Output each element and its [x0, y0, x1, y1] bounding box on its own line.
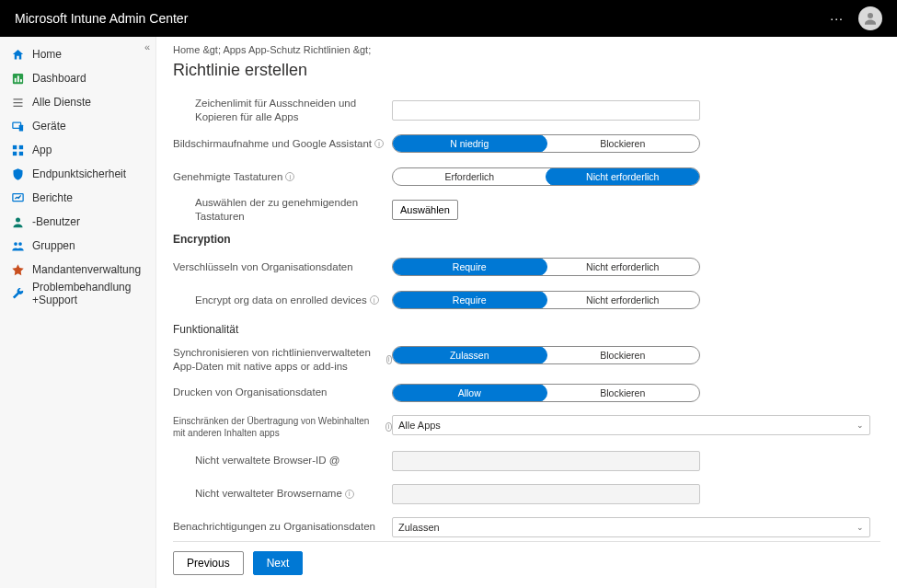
- encrypt-org-toggle[interactable]: Require Nicht erforderlich: [392, 258, 700, 276]
- app-header: Microsoft Intune Admin Center ···: [0, 0, 897, 37]
- toggle-option[interactable]: Require: [392, 258, 547, 276]
- toggle-option[interactable]: Blockieren: [546, 385, 700, 401]
- toggle-option[interactable]: Nicht erforderlich: [546, 167, 701, 186]
- sidebar-item-label: -Benutzer: [32, 215, 80, 228]
- svg-rect-10: [19, 151, 23, 155]
- svg-rect-6: [19, 124, 23, 131]
- sidebar-item-users[interactable]: -Benutzer: [0, 210, 155, 234]
- print-org-toggle[interactable]: Allow Blockieren: [392, 384, 700, 402]
- sidebar-item-label: Endpunktsicherheit: [32, 167, 126, 180]
- info-icon[interactable]: i: [374, 139, 384, 148]
- main-content: Home &gt; Apps App-Schutz Richtlinien &g…: [156, 37, 897, 588]
- toggle-option[interactable]: Blockieren: [546, 347, 700, 363]
- breadcrumb[interactable]: Home &gt; Apps App-Schutz Richtlinien &g…: [173, 44, 880, 55]
- home-icon: [11, 48, 25, 62]
- screen-capture-label: Bildschirmaufnahme und Google Assistant …: [173, 137, 392, 151]
- wizard-footer: Previous Next: [173, 541, 880, 588]
- svg-rect-3: [17, 75, 19, 82]
- apps-icon: [11, 144, 25, 157]
- sidebar-item-label: Berichte: [32, 191, 73, 204]
- info-icon[interactable]: i: [385, 422, 392, 432]
- sidebar-item-all-services[interactable]: Alle Dienste: [0, 90, 155, 114]
- org-notifications-label: Benachrichtigungen zu Organisationsdaten: [173, 520, 392, 534]
- approved-keyboards-toggle[interactable]: Erforderlich Nicht erforderlich: [392, 167, 700, 186]
- unmanaged-browser-name-input[interactable]: [392, 484, 700, 504]
- restrict-web-label: Einschränken der Übertragung von Webinha…: [173, 415, 392, 439]
- svg-rect-7: [13, 144, 17, 148]
- shield-icon: [11, 167, 25, 181]
- app-title: Microsoft Intune Admin Center: [15, 11, 188, 26]
- groups-icon: [11, 239, 25, 253]
- page-title: Richtlinie erstellen: [173, 61, 880, 80]
- toggle-option[interactable]: Zulassen: [392, 346, 547, 364]
- svg-rect-2: [15, 77, 17, 81]
- avatar[interactable]: [858, 6, 882, 30]
- layout: « Home Dashboard Alle Dienste Geräte App…: [0, 37, 897, 588]
- collapse-sidebar-icon[interactable]: «: [144, 41, 150, 52]
- screen-capture-toggle[interactable]: N niedrig Blockieren: [392, 134, 700, 153]
- svg-rect-8: [19, 144, 23, 148]
- select-keyboards-label: Auswählen der zu genehmigenden Tastature…: [173, 196, 392, 224]
- unmanaged-browser-id-label: Nicht verwaltete Browser-ID @: [173, 454, 392, 467]
- previous-button[interactable]: Previous: [173, 551, 244, 575]
- sidebar-item-label: Problembehandlung +Support: [32, 281, 144, 306]
- wrench-icon: [11, 287, 25, 301]
- svg-point-14: [18, 242, 22, 246]
- encrypt-enrolled-toggle[interactable]: Require Nicht erforderlich: [392, 291, 700, 309]
- chevron-down-icon: ⌄: [857, 523, 864, 532]
- encrypt-org-label: Verschlüsseln von Organisationsdaten: [173, 260, 392, 274]
- org-notifications-select[interactable]: Zulassen ⌄: [392, 517, 870, 537]
- admin-icon: [11, 263, 25, 277]
- list-icon: [11, 96, 25, 110]
- svg-point-13: [14, 242, 17, 246]
- dashboard-icon: [11, 72, 25, 86]
- encrypt-enrolled-label: Encrypt org data on enrolled devices i: [173, 294, 392, 307]
- toggle-option[interactable]: N niedrig: [392, 134, 547, 153]
- sidebar-item-label: Gruppen: [32, 239, 75, 252]
- functionality-heading: Funktionalität: [173, 323, 880, 336]
- next-button[interactable]: Next: [253, 551, 304, 575]
- toggle-option[interactable]: Nicht erforderlich: [546, 259, 700, 275]
- sidebar-item-home[interactable]: Home: [0, 42, 155, 66]
- svg-point-12: [16, 217, 20, 222]
- toggle-option[interactable]: Nicht erforderlich: [546, 292, 700, 308]
- sidebar-item-dashboard[interactable]: Dashboard: [0, 66, 155, 90]
- encryption-heading: Encryption: [173, 233, 880, 246]
- svg-point-0: [868, 13, 873, 18]
- toggle-option[interactable]: Erforderlich: [393, 168, 546, 185]
- restrict-web-select[interactable]: Alle Apps ⌄: [392, 415, 870, 435]
- select-keyboards-button[interactable]: Auswählen: [392, 200, 458, 220]
- reports-icon: [11, 191, 25, 205]
- policy-form: Zeichenlimit für Ausschneiden und Kopier…: [173, 97, 880, 541]
- toggle-option[interactable]: Require: [392, 291, 547, 309]
- info-icon[interactable]: i: [370, 295, 379, 305]
- approved-keyboards-label: Genehmigte Tastaturen i: [173, 170, 392, 184]
- char-limit-label: Zeichenlimit für Ausschneiden und Kopier…: [173, 97, 392, 124]
- info-icon[interactable]: i: [285, 172, 294, 181]
- user-icon: [11, 215, 25, 229]
- sync-policy-toggle[interactable]: Zulassen Blockieren: [392, 346, 700, 364]
- sidebar-item-label: Mandantenverwaltung: [32, 263, 141, 276]
- sidebar-item-label: App: [32, 144, 52, 156]
- sidebar-item-endpoint-security[interactable]: Endpunktsicherheit: [0, 162, 155, 186]
- chevron-down-icon: ⌄: [857, 421, 864, 430]
- toggle-option[interactable]: Blockieren: [546, 135, 700, 152]
- sidebar-item-devices[interactable]: Geräte: [0, 114, 155, 138]
- sidebar-item-apps[interactable]: App: [0, 138, 155, 162]
- toggle-option[interactable]: Allow: [392, 384, 547, 402]
- sidebar-item-groups[interactable]: Gruppen: [0, 234, 155, 258]
- info-icon[interactable]: i: [345, 490, 354, 499]
- unmanaged-browser-name-label: Nicht verwalteter Browsername i: [173, 487, 392, 501]
- sidebar-item-tenant-admin[interactable]: Mandantenverwaltung: [0, 258, 155, 282]
- sidebar-item-label: Geräte: [32, 120, 66, 133]
- sidebar-item-reports[interactable]: Berichte: [0, 186, 155, 210]
- user-icon: [862, 10, 879, 27]
- sidebar-item-label: Dashboard: [32, 72, 86, 85]
- svg-rect-9: [13, 151, 17, 155]
- sidebar: « Home Dashboard Alle Dienste Geräte App…: [0, 37, 156, 588]
- unmanaged-browser-id-input[interactable]: [392, 451, 700, 471]
- header-actions: ···: [830, 6, 882, 30]
- sidebar-item-troubleshooting[interactable]: Problembehandlung +Support: [0, 282, 155, 306]
- more-icon[interactable]: ···: [830, 11, 844, 26]
- char-limit-input[interactable]: [392, 100, 700, 121]
